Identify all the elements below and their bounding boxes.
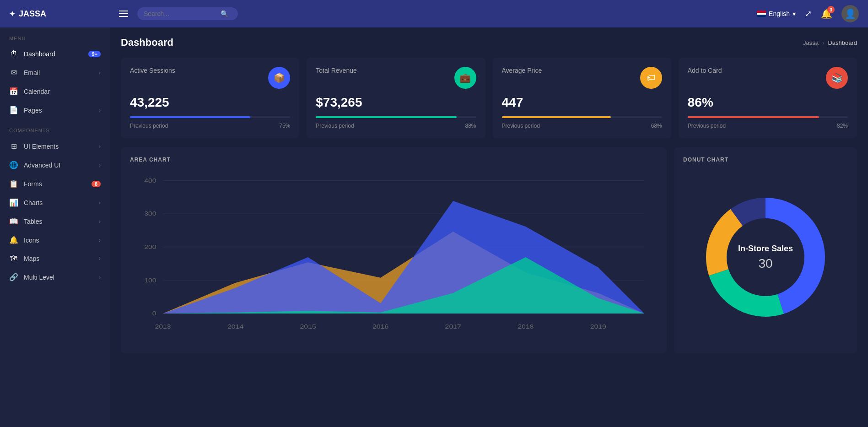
stat-card-bar-bg-2 [502, 116, 662, 118]
stat-period-label-2: Previous period [502, 123, 540, 129]
charts-icon: 📊 [9, 198, 18, 207]
svg-text:2017: 2017 [445, 324, 461, 330]
ui-elements-icon: ⊞ [9, 142, 18, 151]
components-section-label: COMPONENTS [0, 119, 110, 137]
brand-logo: ✦ JASSA [9, 9, 110, 19]
clock-icon: ⏱ [9, 50, 18, 58]
stat-card-value-0: 43,225 [130, 95, 290, 110]
user-avatar[interactable]: 👤 [841, 5, 859, 22]
area-chart-svg: 400 300 200 100 0 2013 2014 2015 2016 20… [130, 170, 658, 344]
chevron-right-icon-charts: › [99, 200, 101, 206]
stat-card-bar-bg-0 [130, 116, 290, 118]
sidebar-item-icons[interactable]: 🔔 Icons › [0, 231, 110, 249]
stat-period-value-3: 82% [837, 123, 848, 129]
stat-card-2: Average Price 🏷 447 Previous period 68% [493, 58, 671, 138]
sidebar-item-ui-elements[interactable]: ⊞ UI Elements › [0, 137, 110, 156]
brand-icon: ✦ [9, 10, 15, 18]
stat-card-3: Add to Card 📚 86% Previous period 82% [679, 58, 857, 138]
stat-card-value-2: 447 [502, 95, 662, 110]
sidebar-item-charts[interactable]: 📊 Charts › [0, 193, 110, 212]
stat-card-label-3: Add to Card [688, 67, 722, 74]
search-box: 🔍 [137, 7, 238, 20]
stat-period-label-1: Previous period [316, 123, 354, 129]
stat-period-value-2: 68% [651, 123, 662, 129]
sidebar-item-maps[interactable]: 🗺 Maps › [0, 249, 110, 268]
main-content: Dashboard Jassa › Dashboard Active Sessi… [110, 27, 868, 427]
menu-section-label: MENU [0, 27, 110, 45]
sidebar-label-calendar: Calendar [24, 88, 101, 95]
stat-period-value-1: 88% [465, 123, 476, 129]
stat-card-1: Total Revenue 💼 $73,265 Previous period … [307, 58, 485, 138]
stat-card-icon-0: 📦 [268, 67, 290, 89]
chevron-right-icon-adv: › [99, 162, 101, 168]
svg-text:300: 300 [144, 211, 156, 217]
maps-icon: 🗺 [9, 254, 18, 263]
stat-period-label-0: Previous period [130, 123, 168, 129]
stat-card-bar-3 [688, 116, 819, 118]
stat-period-value-0: 75% [279, 123, 290, 129]
sidebar-item-forms[interactable]: 📋 Forms 8 [0, 174, 110, 193]
icons-icon: 🔔 [9, 236, 18, 244]
notifications-button[interactable]: 🔔 3 [821, 8, 832, 19]
sidebar-label-maps: Maps [24, 255, 93, 262]
breadcrumb-separator: › [822, 39, 824, 46]
sidebar-item-email[interactable]: ✉ Email › [0, 63, 110, 82]
area-chart-card: AREA CHART 400 300 200 100 0 [121, 147, 667, 353]
stat-card-label-2: Average Price [502, 67, 542, 74]
sidebar-label-forms: Forms [24, 180, 86, 188]
stat-card-icon-3: 📚 [826, 67, 848, 89]
stat-card-0: Active Sessions 📦 43,225 Previous period… [121, 58, 299, 138]
sidebar-item-dashboard[interactable]: ⏱ Dashboard 9+ [0, 45, 110, 63]
forms-badge: 8 [92, 181, 101, 187]
sidebar: MENU ⏱ Dashboard 9+ ✉ Email › 📅 Calendar… [0, 27, 110, 427]
sidebar-item-multi-level[interactable]: 🔗 Multi Level › [0, 268, 110, 286]
stat-card-value-3: 86% [688, 95, 848, 110]
stat-card-icon-1: 💼 [454, 67, 476, 89]
donut-chart-title: DONUT CHART [683, 157, 848, 163]
donut-chart-card: DONUT CHART In-Store Sales 30 [674, 147, 857, 353]
svg-text:2018: 2018 [518, 324, 534, 330]
calendar-icon: 📅 [9, 87, 18, 96]
stat-cards: Active Sessions 📦 43,225 Previous period… [121, 58, 857, 138]
sidebar-item-advanced-ui[interactable]: 🌐 Advanced UI › [0, 156, 110, 174]
sidebar-label-email: Email [24, 69, 93, 76]
sidebar-label-advanced-ui: Advanced UI [24, 162, 93, 169]
svg-text:2013: 2013 [155, 324, 171, 330]
sidebar-item-pages[interactable]: 📄 Pages › [0, 101, 110, 119]
stat-card-label-1: Total Revenue [316, 67, 357, 74]
hamburger-button[interactable] [117, 9, 130, 19]
stat-card-label-0: Active Sessions [130, 67, 175, 74]
chevron-right-icon-maps: › [99, 255, 101, 262]
main-wrapper: MENU ⏱ Dashboard 9+ ✉ Email › 📅 Calendar… [0, 27, 868, 427]
svg-text:2015: 2015 [300, 324, 316, 330]
area-chart-title: AREA CHART [130, 157, 658, 163]
page-header: Dashboard Jassa › Dashboard [121, 37, 857, 49]
svg-text:100: 100 [144, 277, 156, 283]
chevron-right-icon-icons: › [99, 237, 101, 243]
donut-center-text: In-Store Sales 30 [738, 243, 793, 270]
sidebar-item-calendar[interactable]: 📅 Calendar [0, 82, 110, 101]
language-label: English [769, 10, 790, 17]
svg-text:2016: 2016 [372, 324, 388, 330]
flag-icon [757, 11, 766, 17]
stat-card-footer-3: Previous period 82% [688, 123, 848, 129]
donut-chart-wrap: In-Store Sales 30 [683, 170, 848, 344]
breadcrumb-parent: Jassa [803, 39, 819, 46]
sidebar-label-dashboard: Dashboard [24, 50, 83, 58]
stat-card-footer-1: Previous period 88% [316, 123, 476, 129]
donut-center-label: In-Store Sales [738, 243, 793, 254]
svg-text:2019: 2019 [590, 324, 606, 330]
sidebar-label-charts: Charts [24, 199, 93, 206]
sidebar-item-tables[interactable]: 📖 Tables › [0, 212, 110, 231]
svg-text:0: 0 [152, 310, 156, 317]
stat-card-value-1: $73,265 [316, 95, 476, 110]
sidebar-label-multi-level: Multi Level [24, 274, 93, 281]
email-icon: ✉ [9, 68, 18, 77]
stat-card-bar-2 [502, 116, 611, 118]
tables-icon: 📖 [9, 217, 18, 226]
fullscreen-button[interactable]: ⤢ [805, 9, 812, 19]
search-input[interactable] [144, 10, 217, 17]
stat-card-icon-2: 🏷 [640, 67, 662, 89]
language-selector[interactable]: English ▾ [757, 10, 796, 17]
topnav: ✦ JASSA 🔍 English ▾ ⤢ 🔔 3 👤 [0, 0, 868, 27]
